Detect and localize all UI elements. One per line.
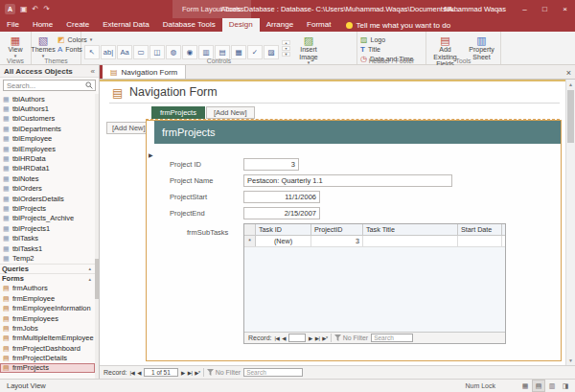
table-icon: ▦ xyxy=(3,205,10,212)
nav-item-table[interactable]: ▦tblOrders xyxy=(0,184,95,194)
nav-item-label: Temp2 xyxy=(12,254,34,263)
view-button[interactable]: ▦ View ▾ xyxy=(0,34,31,58)
document-scrollbar[interactable]: ▲ ▼ xyxy=(565,80,575,365)
nav-item-table[interactable]: ▦tblProjects1 xyxy=(0,223,95,233)
tab-file[interactable]: File xyxy=(0,18,26,32)
nav-item-table[interactable]: ▦tblEmployees xyxy=(0,144,95,153)
column-header-start-date[interactable]: Start Date xyxy=(458,224,502,235)
scroll-up-icon[interactable]: ▲ xyxy=(566,80,575,89)
header-selector-cell[interactable] xyxy=(244,224,256,235)
nav-section-forms[interactable]: Forms▴ xyxy=(0,273,95,284)
datasheet-view-button[interactable]: ◨ xyxy=(559,380,572,392)
new-record-icon[interactable]: ▶* xyxy=(322,335,327,341)
cell-task-title[interactable] xyxy=(363,236,458,246)
nav-item-form-selected[interactable]: ▤frmProjects xyxy=(0,363,95,373)
last-record-icon[interactable]: ▶| xyxy=(315,335,320,341)
nav-item-table[interactable]: ▦tblHRData1 xyxy=(0,164,95,173)
cell-task-id[interactable]: (New) xyxy=(256,236,311,246)
nav-item-form[interactable]: ▤frmProjectDetails xyxy=(0,353,95,362)
tab-database-tools[interactable]: Database Tools xyxy=(156,18,222,32)
gallery-down-icon[interactable]: ▾ xyxy=(282,46,290,51)
close-button[interactable]: × xyxy=(555,0,575,18)
filter-status[interactable]: No Filter xyxy=(334,334,368,341)
scrollbar-thumb[interactable] xyxy=(567,90,574,143)
column-header-projectid[interactable]: ProjectID xyxy=(311,224,363,235)
tab-arrange[interactable]: Arrange xyxy=(260,18,300,32)
tab-design[interactable]: Design xyxy=(222,18,260,32)
form-view-button[interactable]: ▦ xyxy=(518,380,532,392)
title-button[interactable]: T Title xyxy=(357,45,426,54)
first-record-icon[interactable]: |◀ xyxy=(130,370,135,376)
nav-item-table[interactable]: ▦tblTasks1 xyxy=(0,243,95,253)
logo-button[interactable]: ▨ Logo xyxy=(357,35,426,44)
nav-item-table[interactable]: ▦tblTasks xyxy=(0,233,95,242)
next-record-icon[interactable]: ▶ xyxy=(181,370,185,376)
gallery-more-icon[interactable]: ▼ xyxy=(282,52,290,57)
nav-section-queries[interactable]: Queries▴ xyxy=(0,264,95,274)
scrollbar-thumb[interactable] xyxy=(95,259,99,299)
undo-icon[interactable]: ↶ xyxy=(33,4,39,14)
layout-view-button[interactable]: ▤ xyxy=(532,380,545,392)
nav-item-form[interactable]: ▤frmMultipleItemEmployee xyxy=(0,334,95,343)
redo-icon[interactable]: ↷ xyxy=(43,4,50,14)
restore-button[interactable]: □ xyxy=(535,0,555,18)
previous-record-icon[interactable]: ◀ xyxy=(282,335,286,341)
column-header-task-id[interactable]: Task ID xyxy=(256,224,311,235)
save-icon[interactable]: ▣ xyxy=(20,4,28,14)
project-end-field[interactable]: 2/15/2007 xyxy=(243,207,320,219)
tab-external-data[interactable]: External Data xyxy=(96,18,155,32)
tell-me-box[interactable]: Tell me what you want to do xyxy=(346,18,450,32)
gallery-up-icon[interactable]: ▴ xyxy=(282,40,290,45)
nav-tab-add-new[interactable]: [Add New] xyxy=(206,106,255,119)
nav-item-table[interactable]: ▦tblDepartments xyxy=(0,124,95,133)
record-search-input[interactable] xyxy=(372,334,412,341)
filter-status[interactable]: No Filter xyxy=(207,369,241,376)
nav-item-form[interactable]: ▤frmEmployees xyxy=(0,313,95,323)
tab-home[interactable]: Home xyxy=(26,18,59,32)
cell-projectid[interactable]: 3 xyxy=(311,236,363,246)
next-record-icon[interactable]: ▶ xyxy=(309,335,312,341)
nav-item-label: frmJobs xyxy=(12,324,38,333)
nav-item-table[interactable]: ▦tblProjects_Archive xyxy=(0,214,95,223)
new-record-icon[interactable]: ▶* xyxy=(195,370,199,376)
nav-item-table[interactable]: ▦tblProjects xyxy=(0,203,95,213)
cell-start-date[interactable] xyxy=(458,236,502,246)
nav-item-table[interactable]: ▦Temp2 xyxy=(0,253,95,263)
record-search-input[interactable] xyxy=(244,369,302,376)
nav-item-table[interactable]: ▦tblOrdersDetails xyxy=(0,194,95,203)
nav-search-input[interactable] xyxy=(4,81,85,90)
nav-tab-frmprojects[interactable]: frmProjects xyxy=(151,106,205,119)
design-view-button[interactable]: ▥ xyxy=(545,380,559,392)
nav-item-table[interactable]: ▦tblAuthors1 xyxy=(0,104,95,113)
nav-item-table[interactable]: ▦tblHRData xyxy=(0,153,95,163)
record-position-box[interactable] xyxy=(288,334,306,342)
nav-item-table[interactable]: ▦tblEmployee xyxy=(0,134,95,144)
column-header-task-title[interactable]: Task Title xyxy=(363,224,458,235)
last-record-icon[interactable]: ▶| xyxy=(188,370,193,376)
nav-item-form[interactable]: ▤frmAuthors xyxy=(0,284,95,293)
datasheet-new-row[interactable]: * (New) 3 xyxy=(244,236,505,247)
nav-item-form[interactable]: ▤frmEmployeeInformation xyxy=(0,303,95,312)
document-close-icon[interactable]: × xyxy=(566,65,571,80)
nav-item-form[interactable]: ▤frmProjectDashboard xyxy=(0,343,95,353)
project-start-field[interactable]: 11/1/2006 xyxy=(243,191,320,203)
tab-create[interactable]: Create xyxy=(59,18,96,32)
nav-scrollbar[interactable] xyxy=(95,94,99,379)
nav-left-add-new[interactable]: [Add New] xyxy=(106,122,151,134)
nav-pane-header[interactable]: All Access Objects « xyxy=(0,65,99,78)
record-position-box[interactable]: 1 of 51 xyxy=(144,368,178,377)
first-record-icon[interactable]: |◀ xyxy=(275,335,280,341)
project-id-field[interactable]: 3 xyxy=(243,158,299,171)
nav-item-table[interactable]: ▦tblAuthors xyxy=(0,94,95,104)
nav-item-form[interactable]: ▤frmJobs xyxy=(0,323,95,333)
nav-item-table[interactable]: ▦tblCustomers xyxy=(0,114,95,124)
scroll-down-icon[interactable]: ▼ xyxy=(566,356,575,365)
nav-item-table[interactable]: ▦tblNotes xyxy=(0,173,95,183)
project-name-field[interactable]: Pestacon: Quarterly 1.1 xyxy=(243,174,452,187)
shutter-bar-icon[interactable]: « xyxy=(91,67,95,76)
minimize-button[interactable]: – xyxy=(515,0,535,18)
document-tab-navigation-form[interactable]: ▤ Navigation Form xyxy=(100,65,186,79)
tab-format[interactable]: Format xyxy=(300,18,337,32)
previous-record-icon[interactable]: ◀ xyxy=(137,370,141,376)
nav-item-form[interactable]: ▤frmEmployee xyxy=(0,293,95,303)
